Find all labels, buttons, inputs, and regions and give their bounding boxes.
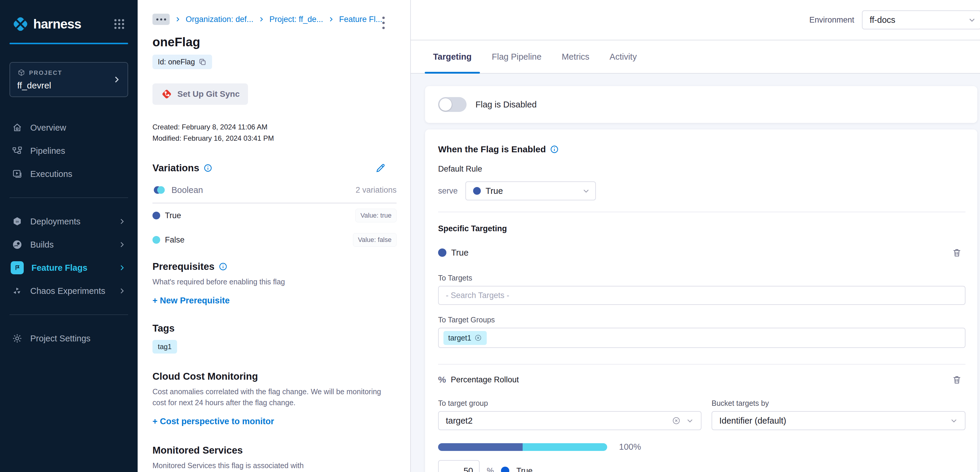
bucket-targets-label: Bucket targets by: [711, 399, 966, 408]
trash-icon[interactable]: [952, 247, 962, 258]
git-icon: [161, 88, 173, 100]
serve-variation-select[interactable]: True: [465, 182, 596, 200]
harness-logo[interactable]: harness: [12, 16, 81, 33]
rollout-total-percentage: 100%: [619, 442, 641, 452]
when-enabled-header: When the Flag is Enabled: [438, 144, 966, 155]
breadcrumb-feature-flags[interactable]: Feature Fl...: [339, 15, 382, 24]
page-title: oneFlag: [153, 35, 396, 49]
sidebar-accent-divider: [10, 43, 128, 44]
rollout-target-group-label: To target group: [438, 399, 702, 408]
breadcrumb-ellipsis[interactable]: [153, 14, 170, 25]
sidebar-item-executions[interactable]: Executions: [10, 163, 128, 185]
info-icon[interactable]: [550, 145, 559, 154]
clear-selection-icon[interactable]: [672, 416, 681, 425]
sidebar-item-label: Deployments: [30, 217, 80, 226]
project-selector[interactable]: PROJECT ff_devrel: [10, 62, 128, 97]
to-target-groups-label: To Target Groups: [438, 316, 966, 324]
trash-icon[interactable]: [952, 375, 962, 385]
sidebar-item-feature-flags[interactable]: Feature Flags: [10, 256, 128, 279]
chaos-experiments-icon: [12, 285, 22, 296]
serve-label: serve: [438, 187, 458, 196]
edit-pencil-icon[interactable]: [375, 163, 386, 173]
variation-row-false: False Value: false: [153, 228, 396, 252]
bucket-targets-select[interactable]: Identifier (default): [711, 411, 966, 430]
sidebar-item-pipelines[interactable]: Pipelines: [10, 139, 128, 163]
executions-icon: [12, 169, 22, 179]
environment-label: Environment: [809, 16, 854, 25]
sidebar-item-label: Overview: [30, 123, 66, 133]
info-icon[interactable]: [219, 262, 228, 271]
new-prerequisite-button[interactable]: + New Prerequisite: [153, 296, 229, 305]
chevron-down-icon: [582, 187, 590, 195]
divider: [438, 212, 966, 212]
rollout-target-group-select[interactable]: target2: [438, 411, 702, 430]
chevron-right-icon: [174, 16, 181, 22]
environment-select[interactable]: ff-docs: [862, 10, 980, 29]
percentage-rollout-heading: Percentage Rollout: [451, 375, 519, 384]
breadcrumb-project[interactable]: Project: ff_de...: [269, 15, 323, 24]
tag-chip[interactable]: tag1: [153, 340, 177, 354]
flag-timestamps: Created: February 8, 2024 11:06 AM Modif…: [153, 121, 396, 144]
targeting-rules-card: When the Flag is Enabled Default Rule se…: [425, 129, 977, 472]
environment-header: Environment ff-docs: [411, 0, 980, 40]
breadcrumb-organization[interactable]: Organization: def...: [186, 15, 253, 24]
sidebar-item-project-settings[interactable]: Project Settings: [10, 327, 128, 350]
sidebar-item-overview[interactable]: Overview: [10, 116, 128, 139]
variation-value-badge: Value: false: [353, 233, 396, 247]
gear-icon: [12, 333, 22, 344]
info-icon[interactable]: [204, 164, 212, 172]
harness-logo-icon: [12, 16, 29, 33]
boolean-type-icon: [153, 185, 166, 195]
flag-enabled-toggle[interactable]: [438, 97, 466, 112]
search-targets-input[interactable]: [438, 286, 966, 305]
sidebar: harness PROJECT ff_devrel Overview Pipel…: [0, 0, 138, 472]
variation-type-row: Boolean 2 variations: [153, 185, 396, 195]
variation-true-dot: [153, 212, 160, 219]
sidebar-divider: [10, 198, 128, 198]
specific-variation-name: True: [451, 248, 469, 258]
tab-targeting[interactable]: Targeting: [425, 40, 480, 73]
rollout-settings-row: To target group target2 Bucket targets b…: [438, 399, 966, 430]
copy-icon[interactable]: [199, 58, 207, 66]
chevron-right-icon: [118, 264, 126, 272]
percentage-rollout-header: % Percentage Rollout: [438, 375, 966, 385]
svg-text:∞: ∞: [16, 219, 19, 224]
tab-activity[interactable]: Activity: [601, 40, 645, 73]
tags-heading: Tags: [153, 323, 396, 334]
flag-tabs: Targeting Flag Pipeline Metrics Activity: [411, 40, 980, 73]
cost-perspective-button[interactable]: + Cost perspective to monitor: [153, 416, 274, 426]
flag-id-chip[interactable]: Id: oneFlag: [153, 54, 212, 69]
specific-targeting-variation-row: True: [438, 247, 966, 258]
chevron-right-icon: [328, 16, 334, 22]
created-timestamp: Created: February 8, 2024 11:06 AM: [153, 121, 396, 133]
flag-detail-panel: Organization: def... Project: ff_de... F…: [138, 0, 411, 472]
monitored-services-heading: Monitored Services: [153, 445, 396, 456]
pipelines-icon: [12, 145, 22, 156]
sidebar-item-deployments[interactable]: ∞ Deployments: [10, 210, 128, 233]
sidebar-item-chaos-experiments[interactable]: Chaos Experiments: [10, 279, 128, 303]
variation-name: True: [165, 211, 181, 220]
rollout-weight-row: % True: [438, 460, 966, 472]
variation-false-dot: [153, 236, 160, 244]
sidebar-item-label: Pipelines: [30, 146, 65, 156]
rollout-weight-input[interactable]: [438, 460, 480, 472]
when-enabled-heading: When the Flag is Enabled: [438, 144, 546, 155]
sidebar-item-label: Executions: [30, 169, 72, 179]
tab-metrics[interactable]: Metrics: [554, 40, 598, 73]
targeting-content: Flag is Disabled When the Flag is Enable…: [411, 73, 980, 472]
tab-flag-pipeline[interactable]: Flag Pipeline: [484, 40, 550, 73]
target-groups-input[interactable]: target1: [438, 328, 966, 348]
chevron-right-icon: [118, 218, 126, 225]
breadcrumb: Organization: def... Project: ff_de... F…: [153, 14, 396, 25]
chevron-down-icon: [686, 417, 694, 424]
divider: [438, 364, 966, 365]
sidebar-item-builds[interactable]: Builds: [10, 233, 128, 256]
kebab-menu-icon[interactable]: [381, 16, 386, 30]
deployments-icon: ∞: [12, 216, 22, 227]
apps-grid-icon[interactable]: [113, 18, 126, 30]
rollout-distribution-row: 100%: [438, 442, 966, 452]
setup-git-sync-button[interactable]: Set Up Git Sync: [153, 83, 248, 105]
sidebar-item-label: Builds: [30, 240, 54, 250]
prerequisites-heading: Prerequisites: [153, 261, 215, 272]
remove-chip-icon[interactable]: [474, 334, 482, 342]
